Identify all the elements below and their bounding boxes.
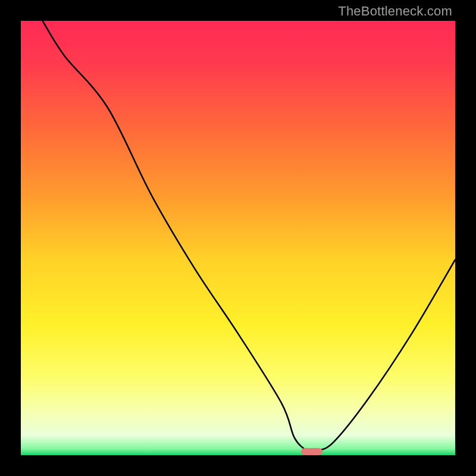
- chart-frame: TheBottleneck.com: [0, 0, 476, 476]
- watermark-text: TheBottleneck.com: [338, 4, 452, 19]
- plot-area: [21, 21, 455, 455]
- optimal-marker: [301, 448, 323, 455]
- bottleneck-curve: [21, 21, 455, 455]
